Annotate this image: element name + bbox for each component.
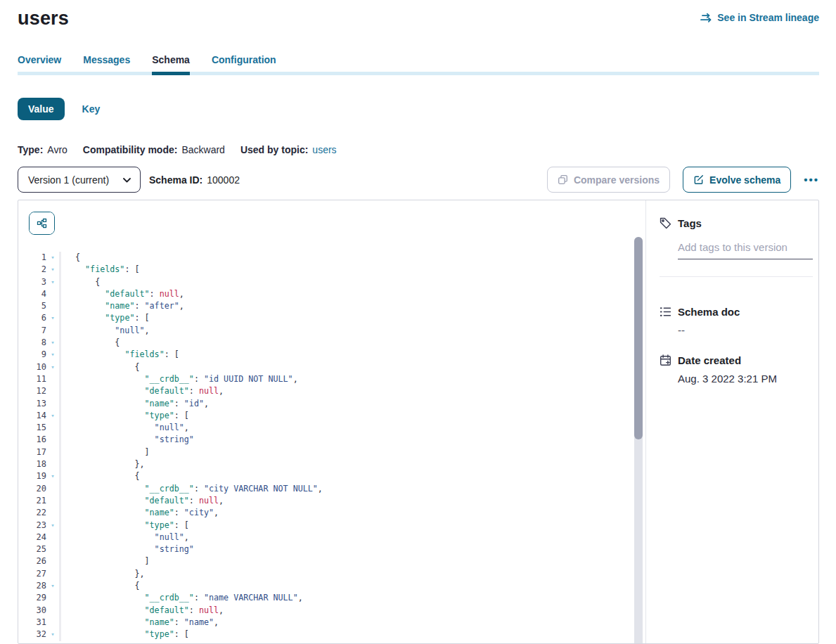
line-number: 10 [18, 361, 46, 373]
add-tags-input[interactable] [678, 241, 813, 259]
page-header: users See in Stream lineage [18, 0, 819, 30]
tab-bar: Overview Messages Schema Configuration [18, 54, 819, 75]
type-pair: Type: Avro [18, 144, 67, 155]
code-line: 23▾ "type": [ [18, 520, 631, 532]
schema-id-value: 100002 [207, 174, 240, 186]
code-line: 9▾ "fields": [ [18, 349, 631, 361]
schema-editor: </> 1▾{2▾ "fields": [3▾ {4 "default": nu… [18, 200, 645, 643]
editor-scrollbar-track[interactable] [634, 237, 643, 643]
code-line-text: "default": null, [59, 288, 631, 300]
see-in-stream-lineage-link[interactable]: See in Stream lineage [700, 12, 819, 23]
line-number: 24 [18, 532, 46, 543]
code-line-text: "type": [ [59, 410, 631, 422]
code-line: 20 "__crdb__": "city VARCHAR NOT NULL", [18, 483, 631, 495]
code-line-text: { [59, 361, 631, 373]
editor-view-toggle: </> [29, 212, 55, 235]
code-line-text: "default": null, [59, 605, 631, 617]
code-line-text: "name": "after", [59, 300, 631, 312]
fold-arrow-icon[interactable]: ▾ [46, 470, 59, 482]
code-line: 13 "name": "id", [18, 398, 631, 410]
compare-versions-button[interactable]: Compare versions [547, 167, 670, 193]
used-by-topic-pair: Used by topic: users [240, 144, 337, 155]
schema-page: users See in Stream lineage Overview Mes… [0, 0, 836, 644]
line-number: 19 [18, 470, 46, 482]
line-number: 2 [18, 264, 46, 276]
line-number: 31 [18, 617, 46, 629]
code-line-text: }, [59, 568, 631, 580]
code-line-text: { [59, 470, 631, 482]
version-select[interactable]: Version 1 (current) [18, 167, 141, 193]
code-line: 15 "null", [18, 422, 631, 434]
fold-arrow-icon[interactable]: ▾ [46, 520, 59, 532]
schema-id-label: Schema ID: [149, 174, 202, 186]
compare-versions-label: Compare versions [574, 174, 660, 186]
code-line: 6▾ "type": [ [18, 312, 631, 324]
line-number: 1 [18, 252, 46, 264]
tags-section: Tags [660, 217, 813, 277]
fold-gutter [46, 458, 59, 470]
fold-gutter [46, 617, 59, 629]
code-line: 16 "string" [18, 434, 631, 446]
fold-arrow-icon[interactable]: ▾ [46, 629, 59, 640]
code-line-text: "name": "city", [59, 507, 631, 519]
fold-arrow-icon[interactable]: ▾ [46, 337, 59, 349]
code-line-text: "null", [59, 422, 631, 434]
fold-arrow-icon[interactable]: ▾ [46, 264, 59, 276]
code-editor-content[interactable]: 1▾{2▾ "fields": [3▾ {4 "default": null,5… [18, 252, 631, 643]
line-number: 15 [18, 422, 46, 434]
date-created-section: Date created Aug. 3 2022 3:21 PM [660, 354, 813, 385]
fold-gutter [46, 543, 59, 555]
code-line-text: ] [59, 555, 631, 567]
used-by-topic-label: Used by topic: [240, 144, 308, 155]
tab-underline-track [18, 72, 819, 75]
line-number: 27 [18, 568, 46, 580]
evolve-schema-label: Evolve schema [709, 174, 780, 186]
code-line-text: { [59, 252, 631, 264]
line-number: 12 [18, 385, 46, 397]
code-line-text: "default": null, [59, 385, 631, 397]
tags-title: Tags [678, 217, 702, 229]
schema-panel: </> 1▾{2▾ "fields": [3▾ {4 "default": nu… [18, 200, 819, 644]
evolve-schema-edit-icon [693, 174, 704, 185]
fold-arrow-icon[interactable]: ▾ [46, 276, 59, 288]
code-line-text: ] [59, 446, 631, 458]
key-tab-button[interactable]: Key [82, 103, 101, 115]
line-number: 13 [18, 398, 46, 410]
code-line: 17 ] [18, 446, 631, 458]
fold-arrow-icon[interactable]: ▾ [46, 580, 59, 592]
fold-arrow-icon[interactable]: ▾ [46, 361, 59, 373]
fold-gutter [46, 300, 59, 312]
code-line: 18 }, [18, 458, 631, 470]
schema-toolbar: Version 1 (current) Schema ID: 100002 Co… [18, 167, 819, 193]
fold-arrow-icon[interactable]: ▾ [46, 349, 59, 361]
fold-gutter [46, 532, 59, 543]
line-number: 17 [18, 446, 46, 458]
line-number: 5 [18, 300, 46, 312]
fold-arrow-icon[interactable]: ▾ [46, 252, 59, 264]
fold-gutter [46, 398, 59, 410]
evolve-schema-button[interactable]: Evolve schema [683, 167, 791, 193]
code-line: 32▾ "type": [ [18, 629, 631, 640]
code-line-text: "fields": [ [59, 349, 631, 361]
line-number: 30 [18, 605, 46, 617]
line-number: 22 [18, 507, 46, 519]
tree-view-button[interactable] [30, 212, 54, 234]
fold-arrow-icon[interactable]: ▾ [46, 410, 59, 422]
schema-doc-value: -- [678, 324, 813, 336]
code-line-text: "__crdb__": "id UUID NOT NULL", [59, 373, 631, 385]
date-created-title: Date created [678, 354, 741, 366]
fold-arrow-icon[interactable]: ▾ [46, 312, 59, 324]
line-number: 25 [18, 543, 46, 555]
code-line: 26 ] [18, 555, 631, 567]
code-line: 19▾ { [18, 470, 631, 482]
line-number: 29 [18, 592, 46, 604]
code-line: 31 "name": "name", [18, 617, 631, 629]
code-line-text: { [59, 276, 631, 288]
value-tab-button[interactable]: Value [18, 98, 65, 120]
used-by-topic-link[interactable]: users [312, 144, 336, 155]
schema-sidebar: Tags Schema doc [645, 200, 819, 643]
editor-scrollbar-thumb[interactable] [634, 237, 643, 439]
tab-schema[interactable]: Schema [152, 54, 190, 75]
fold-gutter [46, 495, 59, 507]
more-options-button[interactable]: ••• [804, 174, 819, 186]
